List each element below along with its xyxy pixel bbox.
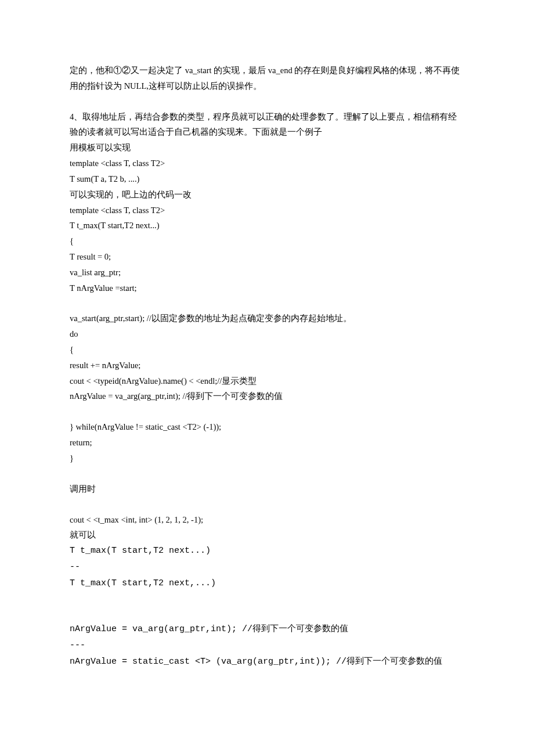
spacer [70, 404, 464, 419]
spacer [70, 497, 464, 512]
code-line: } [70, 451, 464, 466]
code-line: nArgValue = va_arg(arg_ptr,int); //得到下一个… [70, 388, 464, 404]
code-line-mono: nArgValue = va_arg(arg_ptr,int); //得到下一个… [70, 621, 464, 638]
code-line-mono: nArgValue = static_cast <T> (va_arg(arg_… [70, 654, 464, 670]
code-line: { [70, 342, 464, 358]
code-line: template <class T, class T2> [70, 156, 464, 171]
code-line: { [70, 233, 464, 249]
code-line: do [70, 326, 464, 342]
text-line: 用模板可以实现 [70, 140, 464, 156]
call-heading: 调用时 [70, 481, 464, 497]
code-line: cout < <typeid(nArgValue).name() < <endl… [70, 373, 464, 389]
code-line: template <class T, class T2> [70, 203, 464, 218]
code-line: T result = 0; [70, 249, 464, 265]
spacer [70, 606, 464, 621]
code-line: return; [70, 435, 464, 451]
code-line: va_start(arg_ptr,start); //以固定参数的地址为起点确定… [70, 311, 464, 326]
spacer [70, 591, 464, 606]
section4-paragraph: 4、取得地址后，再结合参数的类型，程序员就可以正确的处理参数了。理解了以上要点，… [70, 109, 464, 141]
intro-paragraph: 定的，他和①②又一起决定了 va_start 的实现，最后 va_end 的存在… [70, 63, 464, 94]
text-line: 可以实现的，吧上边的代码一改 [70, 187, 464, 203]
code-line-mono: T t_max(T start,T2 next,...) [70, 575, 464, 592]
spacer [70, 466, 464, 481]
text-line: 就可以 [70, 527, 464, 543]
code-line: va_list arg_ptr; [70, 265, 464, 280]
code-line-mono: T t_max(T start,T2 next...) [70, 543, 464, 559]
code-line: } while(nArgValue != static_cast <T2> (-… [70, 419, 464, 435]
dash-line: --- [70, 638, 464, 654]
dash-line: -- [70, 559, 464, 575]
spacer [70, 94, 464, 109]
code-line: result += nArgValue; [70, 358, 464, 373]
code-line: T nArgValue =start; [70, 280, 464, 296]
code-line: T sum(T a, T2 b, ....) [70, 171, 464, 187]
code-line: cout < <t_max <int, int> (1, 2, 1, 2, -1… [70, 512, 464, 528]
code-line: T t_max(T start,T2 next...) [70, 218, 464, 233]
spacer [70, 296, 464, 311]
